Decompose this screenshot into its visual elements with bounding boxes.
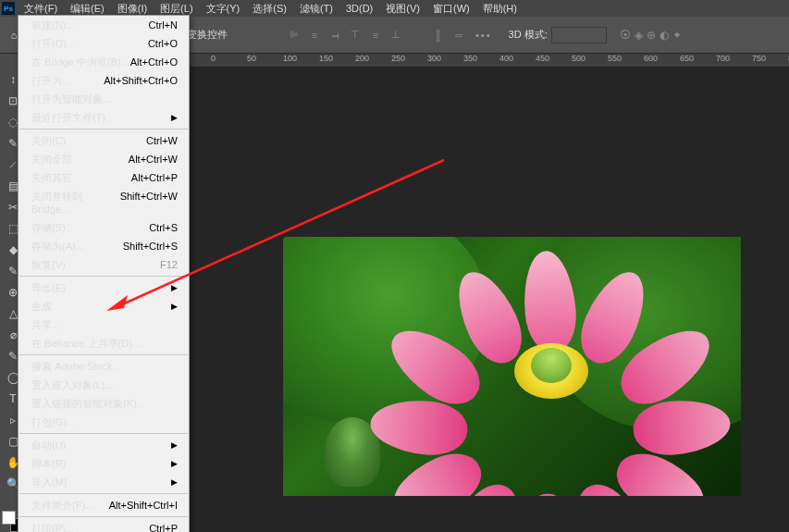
menu-item-label: 生成 xyxy=(31,300,52,313)
menu-item[interactable]: 新建(N)...Ctrl+N xyxy=(18,16,189,34)
submenu-arrow-icon: ▶ xyxy=(171,111,178,124)
ruler-tick: 750 xyxy=(752,54,766,63)
menu-item[interactable]: 搜索 Adobe Stock... xyxy=(18,357,189,376)
align-icon[interactable]: ≡ xyxy=(305,26,324,44)
submenu-arrow-icon: ▶ xyxy=(171,476,178,489)
menu-item[interactable]: 打开(O)...Ctrl+O xyxy=(18,34,189,53)
menu-shortcut: Shift+Ctrl+W xyxy=(120,190,178,216)
menu-item[interactable]: 文字(Y) xyxy=(201,0,246,18)
document-image[interactable] xyxy=(283,237,741,496)
menu-divider xyxy=(19,493,188,494)
menu-item[interactable]: 打开为智能对象... xyxy=(18,90,189,108)
ruler-tick: 250 xyxy=(391,54,405,63)
menu-shortcut: Alt+Ctrl+P xyxy=(131,171,178,184)
menu-shortcut: Ctrl+N xyxy=(149,19,178,31)
menu-item[interactable]: 关闭并转到 Bridge...Shift+Ctrl+W xyxy=(18,187,189,218)
ruler-tick: 500 xyxy=(572,54,586,63)
3d-icon[interactable]: ◐ xyxy=(660,29,669,42)
menu-item[interactable]: 最近打开文件(T)▶ xyxy=(18,108,189,127)
menu-item-label: 打开为... xyxy=(31,74,70,87)
more-icon[interactable]: ••• xyxy=(475,30,492,41)
3d-icon[interactable]: ◈ xyxy=(635,29,643,42)
align-icon[interactable]: ⫤ xyxy=(326,26,344,44)
menu-item-label: 打包(G)... xyxy=(31,415,75,428)
mode-select[interactable] xyxy=(551,27,607,43)
3d-icon[interactable]: ⊕ xyxy=(647,29,656,42)
submenu-arrow-icon: ▶ xyxy=(171,281,178,294)
menu-item[interactable]: 打开为...Alt+Shift+Ctrl+O xyxy=(18,71,189,90)
menu-item[interactable]: 关闭全部Alt+Ctrl+W xyxy=(18,150,189,168)
ruler-tick: 400 xyxy=(499,54,513,63)
ruler-tick: 600 xyxy=(644,54,658,63)
menu-item[interactable]: 选择(S) xyxy=(247,0,292,18)
menu-divider xyxy=(19,516,188,517)
ruler-tick: 450 xyxy=(536,54,549,63)
ruler-tick: 550 xyxy=(608,54,622,63)
menu-item[interactable]: 滤镜(T) xyxy=(294,0,339,18)
submenu-arrow-icon: ▶ xyxy=(171,439,178,452)
menu-item-label: 搜索 Adobe Stock... xyxy=(31,360,121,373)
menu-item[interactable]: 关闭(C)Ctrl+W xyxy=(18,131,189,150)
menu-item: 打包(G)... xyxy=(18,413,189,431)
menu-item[interactable]: 3D(D) xyxy=(340,1,378,16)
align-icon[interactable]: ⊫ xyxy=(285,26,303,44)
menu-item-label: 最近打开文件(T) xyxy=(31,111,105,124)
file-menu-dropdown: 新建(N)...Ctrl+N打开(O)...Ctrl+O在 Bridge 中浏览… xyxy=(18,15,190,532)
menu-item[interactable]: 在 Bridge 中浏览(B)...Alt+Ctrl+O xyxy=(18,53,189,71)
menu-item-label: 在 Bridge 中浏览(B)... xyxy=(31,56,129,68)
menu-item[interactable]: 存储为(A)...Shift+Ctrl+S xyxy=(18,237,189,255)
menu-item[interactable]: 导入(M)▶ xyxy=(18,473,189,491)
submenu-arrow-icon: ▶ xyxy=(171,300,178,313)
align-icon[interactable]: ⊤ xyxy=(346,26,364,44)
ruler-tick: 50 xyxy=(247,54,256,63)
align-icon[interactable]: ⊥ xyxy=(387,26,405,44)
ruler-tick: 0 xyxy=(211,54,216,63)
menu-item-label: 导入(M) xyxy=(31,476,68,489)
menu-shortcut: Ctrl+W xyxy=(146,134,178,147)
menu-item[interactable]: 窗口(W) xyxy=(427,0,475,18)
menu-item[interactable]: 置入嵌入对象(L)... xyxy=(18,376,189,394)
menu-item[interactable]: 文件简介(F)...Alt+Shift+Ctrl+I xyxy=(18,496,189,514)
menu-shortcut: Alt+Ctrl+O xyxy=(130,56,178,68)
menu-shortcut: Shift+Ctrl+S xyxy=(123,240,178,253)
menu-divider xyxy=(19,354,188,355)
menu-item[interactable]: 帮助(H) xyxy=(477,0,523,18)
menu-item[interactable]: 关闭其它Alt+Ctrl+P xyxy=(18,168,189,187)
distribute-icon[interactable]: ═ xyxy=(450,26,468,44)
menu-item-label: 新建(N)... xyxy=(31,19,74,31)
menu-item-label: 关闭全部 xyxy=(31,153,72,166)
menu-item-label: 存储为(A)... xyxy=(31,240,84,253)
menu-shortcut: F12 xyxy=(160,258,178,271)
distribute-icon[interactable]: ║ xyxy=(429,26,448,44)
3d-icon[interactable]: ⦿ xyxy=(620,29,631,42)
menu-item[interactable]: 自动(U)▶ xyxy=(18,436,189,454)
menu-item-label: 关闭并转到 Bridge... xyxy=(31,190,120,216)
fg-color[interactable] xyxy=(2,511,16,525)
menu-shortcut: Alt+Ctrl+W xyxy=(129,153,178,166)
menu-item-label: 置入嵌入对象(L)... xyxy=(31,378,114,391)
menu-item[interactable]: 共享... xyxy=(18,315,189,334)
menu-item-label: 置入链接的智能对象(K)... xyxy=(31,397,145,410)
menu-item-label: 共享... xyxy=(31,318,60,331)
menu-shortcut: Ctrl+P xyxy=(149,522,178,532)
menu-item[interactable]: 存储(S)Ctrl+S xyxy=(18,218,189,237)
menu-item[interactable]: 视图(V) xyxy=(380,0,425,18)
menu-item[interactable]: 导出(E)▶ xyxy=(18,278,189,297)
menu-item-label: 文件简介(F)... xyxy=(31,499,93,512)
menu-shortcut: Alt+Shift+Ctrl+O xyxy=(104,74,178,87)
menu-item-label: 打开(O)... xyxy=(31,37,75,50)
mode-label: 3D 模式: xyxy=(509,28,548,42)
menu-item-label: 关闭其它 xyxy=(31,171,72,184)
menu-item[interactable]: 打印(P)...Ctrl+P xyxy=(18,519,189,532)
menu-item[interactable]: 置入链接的智能对象(K)... xyxy=(18,394,189,413)
menu-item: 恢复(V)F12 xyxy=(18,255,189,274)
menu-item-label: 存储(S) xyxy=(31,221,66,234)
menu-item[interactable]: 在 Behance 上共享(D)... xyxy=(18,334,189,353)
menu-item[interactable]: 脚本(R)▶ xyxy=(18,454,189,473)
menu-item[interactable]: 生成▶ xyxy=(18,297,189,315)
menu-item-label: 在 Behance 上共享(D)... xyxy=(31,337,141,350)
3d-icon[interactable]: ✦ xyxy=(672,29,682,42)
align-icon[interactable]: ≡ xyxy=(366,26,385,44)
ruler-tick: 150 xyxy=(319,54,333,63)
ruler-tick: 300 xyxy=(427,54,441,63)
